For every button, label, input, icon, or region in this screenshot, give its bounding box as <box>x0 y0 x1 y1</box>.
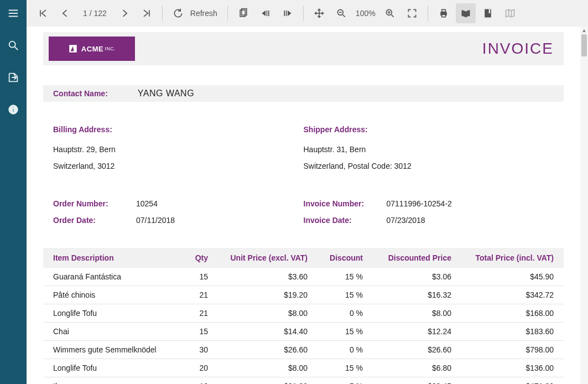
shipper-label: Shipper Address: <box>304 125 368 134</box>
refresh-button[interactable] <box>168 3 188 23</box>
order-grid: Order Number: 10254 Order Date: 07/11/20… <box>43 199 564 232</box>
invoice-column: Invoice Number: 07111996-10254-2 Invoice… <box>304 199 554 232</box>
cell-unit: $14.40 <box>208 327 308 336</box>
vertical-scrollbar[interactable]: ▲ <box>580 27 588 384</box>
svg-rect-3 <box>13 108 14 112</box>
map-button[interactable] <box>500 3 520 23</box>
order-number: 10254 <box>136 199 158 208</box>
fullscreen-button[interactable] <box>402 3 422 23</box>
search-button[interactable] <box>0 32 27 59</box>
cell-desc: Longlife Tofu <box>53 309 175 318</box>
bookmark-button[interactable] <box>478 3 498 23</box>
billing-line1: Hauptstr. 29, Bern <box>53 145 304 154</box>
cell-dprice: $8.00 <box>363 309 451 318</box>
logo-suffix: INC. <box>105 46 116 51</box>
contact-label: Contact Name: <box>53 89 108 98</box>
search-icon <box>7 39 19 51</box>
first-page-button[interactable] <box>33 3 53 23</box>
items-table: Item Description Qty Unit Price (excl. V… <box>43 248 564 384</box>
zoom-out-button[interactable] <box>331 3 351 23</box>
cell-disc: 5 % <box>308 382 363 384</box>
cell-desc: Wimmers gute Semmelknödel <box>53 345 175 354</box>
col-header-desc: Item Description <box>53 253 175 262</box>
toolbar-separator <box>428 6 428 21</box>
print-button[interactable] <box>434 3 454 23</box>
table-row: Pâté chinois21$19.2015 %$16.32$342.72 <box>43 286 564 304</box>
cell-unit: $8.00 <box>208 309 308 318</box>
last-page-button[interactable] <box>137 3 157 23</box>
shipper-line2: Switzerland, Postal Code: 3012 <box>304 162 554 170</box>
order-column: Order Number: 10254 Order Date: 07/11/20… <box>53 199 304 232</box>
cell-total: $136.00 <box>451 364 554 372</box>
cell-qty: 21 <box>175 309 208 318</box>
pan-button[interactable] <box>309 3 329 23</box>
cell-total: $168.00 <box>451 309 554 318</box>
cell-dprice: $6.80 <box>363 364 451 372</box>
cell-disc: 0 % <box>308 345 363 354</box>
step-forward-button[interactable] <box>278 3 298 23</box>
main-area: 1 / 122 Refresh 100% <box>27 0 588 384</box>
cell-disc: 15 % <box>308 364 363 372</box>
step-forward-icon <box>282 8 293 19</box>
billing-column: Billing Address: Hauptstr. 29, Bern Swit… <box>53 125 304 178</box>
hamburger-icon <box>7 7 19 19</box>
cell-unit: $8.00 <box>208 364 308 372</box>
prev-page-button[interactable] <box>55 3 75 23</box>
cell-unit: $26.60 <box>208 345 308 354</box>
scroll-up-icon[interactable]: ▲ <box>580 27 588 34</box>
toolbar-separator <box>227 6 228 21</box>
order-number-label: Order Number: <box>53 199 136 208</box>
svg-rect-23 <box>441 9 445 12</box>
table-row: Longlife Tofu21$8.000 %$8.00$168.00 <box>43 304 564 323</box>
cell-dprice: $29.45 <box>363 382 451 384</box>
invoice-number-label: Invoice Number: <box>304 199 387 208</box>
export-icon <box>7 71 19 84</box>
bookmark-icon <box>482 8 493 19</box>
cell-qty: 15 <box>175 272 208 281</box>
cell-qty: 15 <box>175 327 208 336</box>
page-indicator: 1 / 122 <box>77 9 112 18</box>
refresh-label[interactable]: Refresh <box>190 9 222 18</box>
contact-bar: Contact Name: YANG WANG <box>43 85 564 102</box>
table-row: Longlife Tofu20$8.0015 %$6.80$136.00 <box>43 359 564 377</box>
zoom-in-button[interactable] <box>380 3 400 23</box>
book-icon <box>460 8 471 19</box>
invoice-document: ACMEINC. INVOICE Contact Name: YANG WANG… <box>43 32 564 384</box>
cell-disc: 0 % <box>308 309 363 318</box>
step-back-button[interactable] <box>256 3 275 23</box>
next-page-icon <box>119 8 130 19</box>
cell-desc: Pâté chinois <box>53 290 175 299</box>
cell-desc: Guaraná Fantástica <box>53 272 175 281</box>
document-scroll[interactable]: ACMEINC. INVOICE Contact Name: YANG WANG… <box>27 27 580 384</box>
first-page-icon <box>38 8 49 19</box>
export-button[interactable] <box>0 64 27 91</box>
cell-total: $471.20 <box>451 382 554 384</box>
current-page: 1 <box>83 9 87 18</box>
svg-rect-13 <box>286 11 287 16</box>
book-view-button[interactable] <box>456 3 476 23</box>
cell-total: $342.72 <box>451 290 554 299</box>
table-row: Wimmers gute Semmelknödel30$26.600 %$26.… <box>43 341 564 359</box>
cell-total: $183.60 <box>451 327 554 336</box>
table-row: Chai15$14.4015 %$12.24$183.60 <box>43 323 564 341</box>
multipage-button[interactable] <box>233 3 253 23</box>
refresh-icon <box>173 8 184 19</box>
menu-button[interactable] <box>0 0 27 27</box>
cell-unit: $3.60 <box>208 272 308 281</box>
scroll-track[interactable] <box>580 34 588 376</box>
cell-disc: 15 % <box>308 272 363 281</box>
next-page-button[interactable] <box>115 3 134 23</box>
toolbar: 1 / 122 Refresh 100% <box>27 0 588 27</box>
zoom-out-icon <box>336 8 347 19</box>
cell-desc: Chai <box>53 327 175 336</box>
address-grid: Billing Address: Hauptstr. 29, Bern Swit… <box>43 125 564 178</box>
cell-qty: 21 <box>175 290 208 299</box>
svg-marker-9 <box>262 11 266 16</box>
invoice-title: INVOICE <box>482 40 554 58</box>
scroll-thumb[interactable] <box>581 34 587 56</box>
table-row: Ikura16$31.005 %$29.45$471.20 <box>43 377 564 384</box>
cell-desc: Longlife Tofu <box>53 364 175 372</box>
svg-line-17 <box>342 15 345 17</box>
info-button[interactable] <box>0 96 27 123</box>
svg-rect-10 <box>267 11 268 16</box>
